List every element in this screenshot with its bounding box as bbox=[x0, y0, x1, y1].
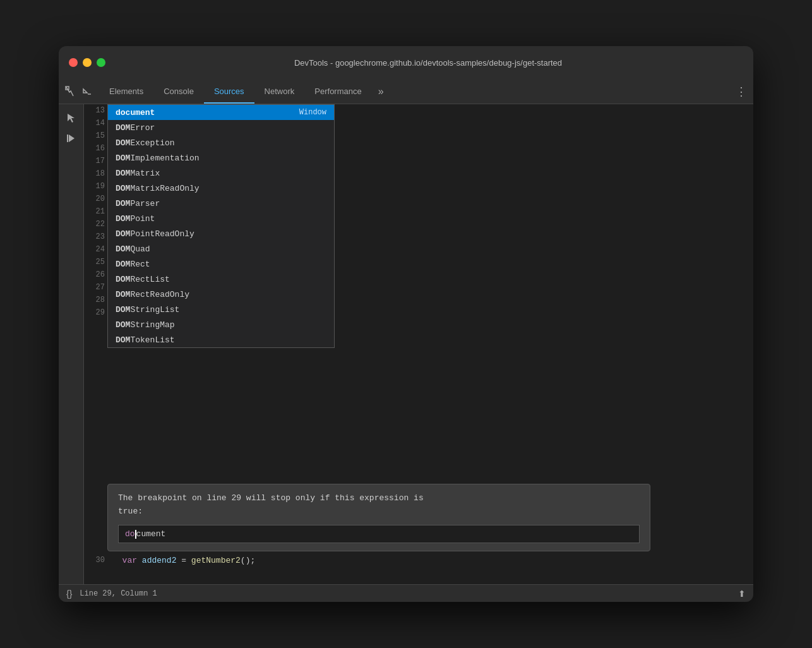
autocomplete-item-type-selected: Window bbox=[299, 108, 326, 117]
breakpoint-input-suffix: cument bbox=[136, 529, 166, 539]
sidebar-cursor-icon[interactable] bbox=[63, 109, 80, 127]
traffic-lights bbox=[69, 58, 105, 67]
svg-marker-3 bbox=[69, 135, 75, 142]
inspect-icon[interactable] bbox=[64, 85, 78, 99]
svg-marker-1 bbox=[83, 89, 87, 93]
autocomplete-item-10[interactable]: DOMRectList bbox=[108, 272, 334, 287]
autocomplete-item-6[interactable]: DOMPoint bbox=[108, 211, 334, 226]
autocomplete-item-11[interactable]: DOMRectReadOnly bbox=[108, 287, 334, 302]
tabs: Elements Console Sources Network Perform… bbox=[99, 79, 729, 104]
autocomplete-item-12[interactable]: DOMStringList bbox=[108, 302, 334, 317]
console-icon[interactable] bbox=[80, 85, 94, 99]
tab-console[interactable]: Console bbox=[153, 79, 204, 104]
tab-bar-left bbox=[64, 79, 99, 104]
cursor-position: Line 29, Column 1 bbox=[80, 589, 157, 598]
autocomplete-item-7[interactable]: DOMPointReadOnly bbox=[108, 226, 334, 241]
devtools-menu-button[interactable]: ⋮ bbox=[729, 79, 753, 104]
close-button[interactable] bbox=[69, 58, 78, 67]
breakpoint-input-prefix: do bbox=[125, 529, 135, 539]
autocomplete-item-text-selected: document bbox=[116, 108, 299, 117]
autocomplete-item-9[interactable]: DOMRect bbox=[108, 256, 334, 272]
autocomplete-item-2[interactable]: DOMImplementation bbox=[108, 150, 334, 165]
tab-network[interactable]: Network bbox=[254, 79, 305, 104]
maximize-button[interactable] bbox=[97, 58, 105, 67]
svg-rect-4 bbox=[67, 135, 68, 142]
window-title: DevTools - googlechrome.github.io/devtoo… bbox=[113, 58, 743, 68]
minimize-button[interactable] bbox=[83, 58, 92, 67]
more-tabs-button[interactable]: » bbox=[372, 79, 390, 104]
autocomplete-item-13[interactable]: DOMStringMap bbox=[108, 317, 334, 332]
sidebar-resume-icon[interactable] bbox=[63, 129, 80, 147]
devtools-window: DevTools - googlechrome.github.io/devtoo… bbox=[59, 46, 753, 602]
autocomplete-item-3[interactable]: DOMMatrix bbox=[108, 165, 334, 181]
breakpoint-input-container[interactable]: document bbox=[118, 525, 640, 543]
status-bar: {} Line 29, Column 1 ⬆ bbox=[59, 584, 753, 602]
breakpoint-tooltip: The breakpoint on line 29 will stop only… bbox=[107, 484, 650, 551]
autocomplete-item-0[interactable]: DOMError bbox=[108, 120, 334, 135]
autocomplete-item-14[interactable]: DOMTokenList bbox=[108, 332, 334, 347]
main-content: document Window DOMError DOMException DO… bbox=[59, 104, 753, 584]
code-line-30: 30 var addend2 = getNumber2(); bbox=[84, 554, 753, 567]
autocomplete-dropdown: document Window DOMError DOMException DO… bbox=[107, 104, 335, 348]
code-area: document Window DOMError DOMException DO… bbox=[84, 104, 753, 584]
autocomplete-item-8[interactable]: DOMQuad bbox=[108, 241, 334, 256]
autocomplete-item-1[interactable]: DOMException bbox=[108, 135, 334, 150]
console-drawer-button[interactable]: ⬆ bbox=[738, 589, 746, 599]
tab-sources[interactable]: Sources bbox=[204, 79, 254, 104]
tab-bar: Elements Console Sources Network Perform… bbox=[59, 79, 753, 104]
format-code-button[interactable]: {} bbox=[66, 589, 72, 599]
breakpoint-tooltip-text: The breakpoint on line 29 will stop only… bbox=[118, 492, 640, 519]
sidebar bbox=[59, 104, 84, 584]
autocomplete-item-4[interactable]: DOMMatrixReadOnly bbox=[108, 181, 334, 196]
title-bar: DevTools - googlechrome.github.io/devtoo… bbox=[59, 46, 753, 79]
tab-performance[interactable]: Performance bbox=[304, 79, 371, 104]
autocomplete-item-selected[interactable]: document Window bbox=[108, 105, 334, 120]
tab-elements[interactable]: Elements bbox=[99, 79, 153, 104]
autocomplete-item-5[interactable]: DOMParser bbox=[108, 196, 334, 211]
